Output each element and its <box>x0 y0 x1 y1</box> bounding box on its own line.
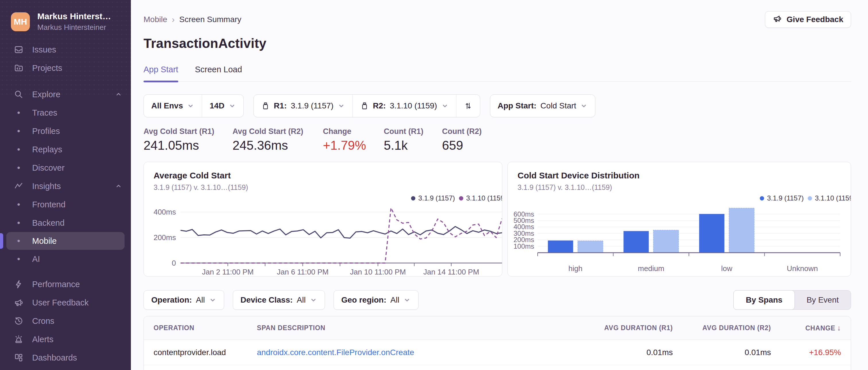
chart-title: Cold Start Device Distribution <box>518 171 851 180</box>
legend-entry[interactable]: 3.1.10 (1159) <box>808 194 851 202</box>
sidebar-item-frontend[interactable]: •Frontend <box>0 195 131 214</box>
tab-bar: App StartScreen Load <box>144 65 851 82</box>
table-row: contentprovider.loadandroidx.core.conten… <box>144 340 851 365</box>
sidebar-item-releases[interactable]: Releases <box>0 367 131 370</box>
chart-subtitle: 3.1.9 (1157) v. 3.1.10…(1159) <box>518 183 851 192</box>
svg-text:low: low <box>721 264 732 273</box>
megaphone-icon <box>12 298 25 307</box>
chart-subtitle: 3.1.9 (1157) v. 3.1.10…(1159) <box>154 183 502 192</box>
filter-operation-[interactable]: Operation:All <box>144 290 224 310</box>
sidebar-item-replays[interactable]: •Replays <box>0 140 131 159</box>
table-row-partial <box>144 365 851 370</box>
sidebar-item-alerts[interactable]: Alerts <box>0 330 131 348</box>
bullet-icon: • <box>12 218 25 228</box>
svg-text:400ms: 400ms <box>154 208 176 216</box>
sidebar-item-dashboards[interactable]: Dashboards <box>0 348 131 367</box>
pulse-icon <box>12 181 25 191</box>
spans-table: OPERATIONSPAN DESCRIPTIONAVG DURATION (R… <box>144 316 851 370</box>
svg-text:Jan 14 11:00 PM: Jan 14 11:00 PM <box>423 268 479 276</box>
filter-bar: All Envs14DR1:3.1.9 (1157)R2:3.1.10 (115… <box>144 94 851 117</box>
bullet-icon: • <box>12 144 25 154</box>
filter-group: R1:3.1.9 (1157)R2:3.1.10 (1159) <box>253 94 480 117</box>
bullet-icon: • <box>12 200 25 209</box>
stat-value: 241.05ms <box>144 138 232 153</box>
breadcrumb-chevron-icon: › <box>172 14 175 24</box>
dashboard-grid-icon <box>12 353 25 363</box>
breadcrumb: Mobile › Screen Summary <box>144 14 241 24</box>
change-cell: +16.95% <box>771 348 851 357</box>
sidebar-item-traces[interactable]: •Traces <box>0 104 131 122</box>
legend-entry[interactable]: 3.1.9 (1157) <box>760 194 804 202</box>
column-header-avg-duration-r1-[interactable]: AVG DURATION (R1) <box>552 324 673 332</box>
span-description-link[interactable]: androidx.core.content.FileProvider.onCre… <box>257 348 552 357</box>
chevron-down-icon <box>441 102 448 109</box>
stat-value: 245.36ms <box>232 138 323 153</box>
sidebar-item-projects[interactable]: Projects <box>0 59 131 77</box>
siren-icon <box>12 334 25 344</box>
filter-r1-[interactable]: R1:3.1.9 (1157) <box>254 95 352 117</box>
toggle-by-spans[interactable]: By Spans <box>733 290 795 310</box>
org-switcher[interactable]: MH Markus Hinterst… Markus Hintersteiner <box>0 0 131 40</box>
legend-dot-icon <box>459 196 463 201</box>
give-feedback-button[interactable]: Give Feedback <box>765 11 851 28</box>
legend-entry[interactable]: 3.1.9 (1157) <box>411 194 455 202</box>
legend-dot-icon <box>411 196 415 201</box>
column-header-span-description[interactable]: SPAN DESCRIPTION <box>257 324 552 332</box>
sidebar-item-discover[interactable]: •Discover <box>0 159 131 177</box>
column-header-operation[interactable]: OPERATION <box>144 324 257 332</box>
stat-value: +1.79% <box>323 138 384 153</box>
tab-app-start[interactable]: App Start <box>144 65 178 81</box>
sidebar-item-ai[interactable]: •AI <box>0 250 131 268</box>
sidebar-item-explore[interactable]: Explore <box>0 85 131 104</box>
swap-icon <box>464 102 472 110</box>
sidebar-item-insights[interactable]: Insights <box>0 177 131 195</box>
sidebar-item-mobile[interactable]: •Mobile <box>6 232 125 250</box>
column-header-avg-duration-r2-[interactable]: AVG DURATION (R2) <box>673 324 771 332</box>
bullet-icon: • <box>12 236 25 246</box>
clock-history-icon <box>12 316 25 326</box>
stat-avg-cold-start-r2-: Avg Cold Start (R2)245.36ms <box>232 127 323 153</box>
legend-dot-icon <box>760 196 764 201</box>
chart-legend: 3.1.9 (1157)3.1.10 (1159) <box>411 194 502 202</box>
sidebar-item-user-feedback[interactable]: User Feedback <box>0 294 131 312</box>
filter-geo-region-[interactable]: Geo region:All <box>334 290 418 310</box>
filter-14d[interactable]: 14D <box>202 95 243 117</box>
chart-title: Average Cold Start <box>154 171 502 180</box>
operation-cell: contentprovider.load <box>144 348 257 357</box>
stat-value: 659 <box>442 138 499 153</box>
avg-cold-start-card: Average Cold Start 3.1.9 (1157) v. 3.1.1… <box>144 162 502 276</box>
bullet-icon: • <box>12 126 25 136</box>
chevron-down-icon <box>403 296 411 304</box>
filter-device-class-[interactable]: Device Class:All <box>233 290 325 310</box>
filter-r2-[interactable]: R2:3.1.10 (1159) <box>352 95 456 117</box>
sidebar-item-profiles[interactable]: •Profiles <box>0 122 131 140</box>
toggle-by-event[interactable]: By Event <box>795 291 851 309</box>
stat-count-r1-: Count (R1)5.1k <box>384 127 442 153</box>
view-toggle: By SpansBy Event <box>733 290 851 310</box>
tab-screen-load[interactable]: Screen Load <box>195 65 242 81</box>
filter-all-envs[interactable]: All Envs <box>144 95 202 117</box>
avg-duration-r1-cell: 0.01ms <box>552 348 673 357</box>
sidebar-item-crons[interactable]: Crons <box>0 312 131 330</box>
filter-swap-icon[interactable] <box>456 95 480 117</box>
lightning-icon <box>12 279 25 289</box>
svg-text:200ms: 200ms <box>154 233 176 242</box>
bar-chart: 100ms200ms300ms400ms500ms600mshighmedium… <box>508 202 850 276</box>
legend-entry[interactable]: 3.1.10 (1159) <box>459 194 502 202</box>
chevron-down-icon <box>209 296 216 304</box>
sidebar-item-performance[interactable]: Performance <box>0 275 131 294</box>
sidebar-item-issues[interactable]: Issues <box>0 40 131 59</box>
search-icon <box>12 90 25 99</box>
column-header-change[interactable]: CHANGE↓ <box>771 324 851 332</box>
sort-desc-icon: ↓ <box>837 324 841 332</box>
breadcrumb-mobile[interactable]: Mobile <box>144 15 167 24</box>
stat-count-r2-: Count (R2)659 <box>442 127 499 153</box>
avatar: MH <box>11 12 30 31</box>
filter-group: App Start:Cold Start <box>490 94 596 117</box>
avg-duration-r2-cell: 0.01ms <box>673 348 771 357</box>
bullet-icon: • <box>12 108 25 117</box>
filter-app-start-[interactable]: App Start:Cold Start <box>490 95 595 117</box>
svg-text:Jan 2 11:00 PM: Jan 2 11:00 PM <box>202 268 254 276</box>
chevron-up-icon <box>115 182 122 190</box>
sidebar-item-backend[interactable]: •Backend <box>0 214 131 232</box>
